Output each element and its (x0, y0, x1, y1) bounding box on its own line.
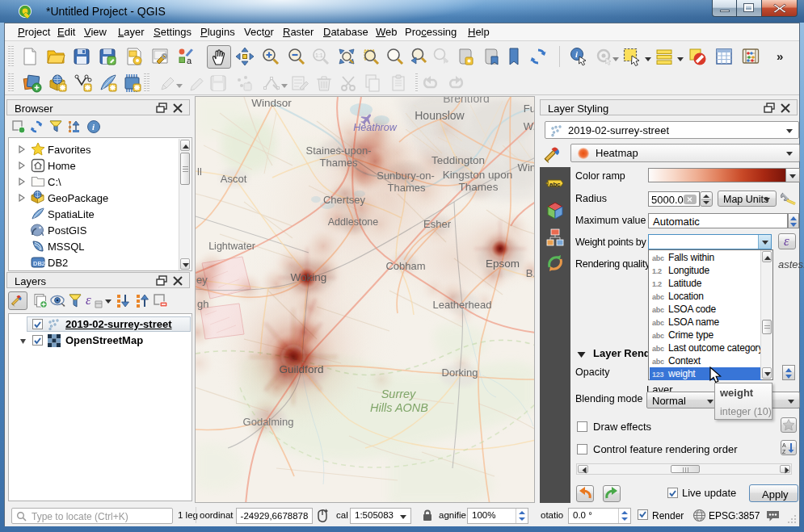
svg-text:DB2: DB2 (33, 260, 45, 267)
svg-text:Dorking: Dorking (442, 367, 478, 379)
svg-text:abc: abc (549, 181, 561, 188)
svg-text:Heathrow: Heathrow (353, 122, 397, 133)
svg-text:Surrey: Surrey (381, 387, 416, 400)
svg-text:Thames: Thames (320, 157, 358, 169)
svg-text:Windsor: Windsor (251, 97, 292, 109)
svg-text:B.: B. (526, 267, 535, 279)
svg-text:Ascot: Ascot (221, 173, 247, 185)
svg-text:Teddington: Teddington (431, 154, 485, 166)
svg-text:Cobham: Cobham (385, 260, 425, 272)
svg-text:Hounslow: Hounslow (415, 109, 465, 122)
svg-text:Leatherhead: Leatherhead (432, 299, 491, 311)
svg-text:Godalming: Godalming (243, 416, 294, 428)
svg-text:gh: gh (197, 298, 208, 310)
svg-text:Thames: Thames (459, 181, 499, 193)
svg-text:Epsom: Epsom (486, 258, 520, 270)
svg-text:Guildford: Guildford (280, 363, 324, 375)
svg-text:Lightwater: Lightwater (208, 241, 255, 252)
svg-text:A: A (782, 442, 786, 448)
svg-text:Z: Z (782, 449, 786, 455)
svg-text:1:1: 1:1 (315, 52, 323, 58)
svg-text:Sunbury-on-: Sunbury-on- (377, 170, 435, 182)
svg-text:Fu: Fu (524, 103, 535, 115)
svg-text:Staines-upon-: Staines-upon- (306, 145, 372, 157)
svg-text:Thames: Thames (388, 182, 426, 194)
svg-text:Win: Win (518, 161, 535, 174)
svg-text:Brentford: Brentford (443, 97, 490, 105)
svg-text:Kingston upon: Kingston upon (443, 169, 512, 181)
svg-text:Esher: Esher (423, 218, 452, 230)
svg-text:Chertsey: Chertsey (323, 194, 366, 206)
svg-text:ll: ll (197, 165, 202, 178)
svg-text:ey: ey (196, 274, 208, 286)
svg-text:Woking: Woking (291, 271, 327, 283)
svg-text:Hills AONB: Hills AONB (370, 401, 428, 414)
svg-text:W.: W. (524, 120, 535, 132)
svg-text:Addlestone: Addlestone (328, 216, 379, 228)
svg-text:a: a (187, 56, 192, 65)
